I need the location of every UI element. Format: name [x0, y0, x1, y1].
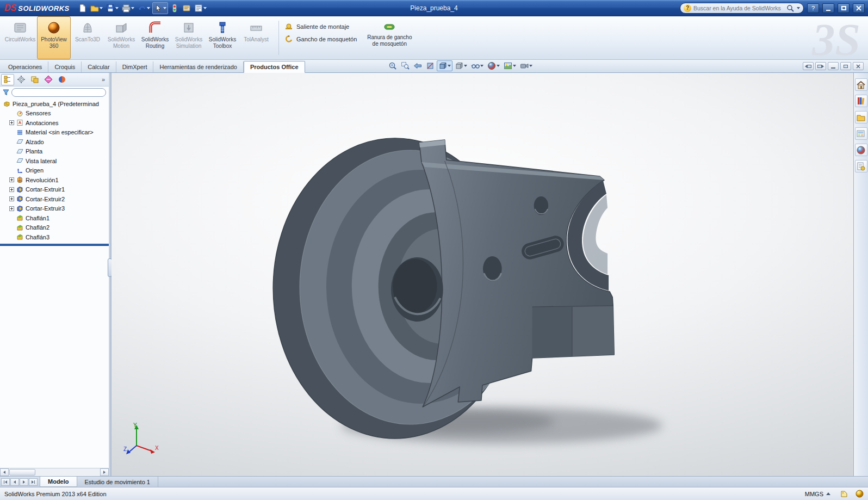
dimxpertmanager-tab[interactable]: [42, 74, 55, 85]
tree-item-chaflan1[interactable]: Chaflán1: [0, 213, 109, 223]
last-tab-button[interactable]: [29, 478, 38, 486]
scrollbar-thumb[interactable]: [9, 469, 35, 476]
select-button[interactable]: [152, 2, 168, 14]
open-dropdown-icon[interactable]: [100, 7, 103, 9]
tree-item-origen[interactable]: Origen: [0, 166, 109, 176]
design-library-button[interactable]: [855, 95, 867, 107]
scroll-right-button[interactable]: [100, 468, 109, 476]
tab-productos-office[interactable]: Productos Office: [244, 61, 305, 73]
edit-appearance-button[interactable]: [486, 60, 501, 71]
doc-restore-button[interactable]: [840, 62, 851, 70]
undo-button[interactable]: [137, 2, 151, 14]
doc-minimize-button[interactable]: [828, 62, 839, 70]
open-button[interactable]: [89, 2, 104, 14]
tree-root[interactable]: Pieza_prueba_4 (Predeterminad: [0, 99, 109, 109]
apply-scene-dropdown-icon[interactable]: [513, 65, 516, 67]
minimize-button[interactable]: [822, 3, 834, 13]
view-list-button[interactable]: [193, 2, 208, 14]
expand-icon[interactable]: [9, 177, 14, 182]
snap-hook-button[interactable]: Gancho de mosquetón: [284, 34, 357, 44]
expand-icon[interactable]: [9, 187, 14, 192]
addin-scanto3d[interactable]: ScanTo3D: [71, 16, 104, 59]
tab-modelo[interactable]: Modelo: [40, 477, 77, 487]
tab-herramientas-renderizado[interactable]: Herramientas de renderizado: [153, 61, 243, 72]
tab-dimxpert[interactable]: DimXpert: [116, 61, 154, 72]
mounting-boss-button[interactable]: Saliente de montaje: [284, 22, 357, 32]
displaymanager-tab[interactable]: [55, 74, 69, 85]
options-button[interactable]: [181, 2, 192, 14]
addin-solidworks-toolbox[interactable]: SolidWorks Toolbox: [206, 16, 239, 59]
arrange-left-button[interactable]: [803, 62, 814, 70]
doc-close-button[interactable]: [853, 62, 864, 70]
tree-item-material[interactable]: Material <sin especificar>: [0, 128, 109, 138]
print-dropdown-icon[interactable]: [131, 7, 134, 9]
maximize-button[interactable]: [838, 3, 850, 13]
addin-solidworks-routing[interactable]: SolidWorks Routing: [138, 16, 172, 59]
tree-item-cortar-extruir1[interactable]: Cortar-Extruir1: [0, 185, 109, 195]
addin-tolanalyst[interactable]: TolAnalyst: [239, 16, 273, 59]
scroll-left-button[interactable]: [0, 468, 9, 476]
hide-show-dropdown-icon[interactable]: [480, 65, 483, 67]
quick-tips-icon[interactable]: [855, 490, 864, 498]
configurationmanager-tab[interactable]: [28, 74, 41, 85]
search-dropdown-icon[interactable]: [797, 7, 800, 9]
tree-horizontal-scrollbar[interactable]: [0, 468, 109, 476]
zoom-area-button[interactable]: [399, 60, 411, 71]
select-dropdown-icon[interactable]: [163, 7, 166, 9]
previous-view-button[interactable]: [412, 60, 424, 71]
print-button[interactable]: [121, 2, 135, 14]
display-style-button[interactable]: [453, 60, 469, 71]
tree-item-revolucion1[interactable]: Revolución1: [0, 175, 109, 185]
view-list-dropdown-icon[interactable]: [203, 7, 207, 9]
hide-show-items-button[interactable]: [469, 60, 485, 71]
part-3d-model[interactable]: [111, 73, 853, 476]
help-search-box[interactable]: ?: [680, 3, 804, 14]
tree-filter-input[interactable]: [11, 88, 106, 97]
display-style-dropdown-icon[interactable]: [464, 65, 467, 67]
view-palette-button[interactable]: [855, 127, 867, 140]
edit-appearance-dropdown-icon[interactable]: [497, 65, 500, 67]
units-selector[interactable]: MMGS: [803, 490, 833, 498]
search-icon[interactable]: [786, 4, 794, 12]
tree-item-vista-lateral[interactable]: Vista lateral: [0, 156, 109, 166]
tab-estudio-movimiento[interactable]: Estudio de movimiento 1: [77, 477, 158, 487]
graphics-viewport[interactable]: Y X Z: [111, 73, 853, 476]
view-orientation-button[interactable]: [437, 60, 452, 71]
addin-photoview-360[interactable]: PhotoView 360: [37, 16, 71, 59]
tab-croquis[interactable]: Croquis: [48, 61, 82, 72]
panel-chevron[interactable]: »: [99, 76, 108, 83]
tree-item-sensores[interactable]: Sensores: [0, 109, 109, 119]
view-orientation-dropdown-icon[interactable]: [448, 65, 451, 67]
home-button[interactable]: [855, 78, 867, 91]
file-explorer-button[interactable]: [855, 111, 867, 124]
snap-hook-groove-button[interactable]: Ranura de gancho de mosquetón: [367, 16, 412, 59]
custom-properties-button[interactable]: [855, 160, 867, 172]
tree-item-anotaciones[interactable]: Anotaciones: [0, 118, 109, 128]
arrange-right-button[interactable]: [815, 62, 826, 70]
help-button[interactable]: ?: [807, 3, 819, 13]
tag-icon[interactable]: [840, 490, 848, 498]
expand-icon[interactable]: [9, 196, 14, 201]
new-document-button[interactable]: [77, 2, 88, 14]
expand-icon[interactable]: [9, 120, 14, 125]
appearances-button[interactable]: [855, 144, 867, 156]
tree-item-planta[interactable]: Planta: [0, 147, 109, 157]
addin-solidworks-motion[interactable]: SolidWorks Motion: [104, 16, 138, 59]
save-dropdown-icon[interactable]: [115, 7, 119, 9]
undo-dropdown-icon[interactable]: [147, 7, 150, 9]
search-input[interactable]: [693, 5, 784, 11]
close-button[interactable]: [853, 3, 865, 13]
prev-tab-button[interactable]: [10, 478, 19, 486]
addin-solidworks-simulation[interactable]: SolidWorks Simulation: [172, 16, 206, 59]
addin-circuitworks[interactable]: CircuitWorks: [3, 16, 37, 59]
rollback-bar[interactable]: [0, 244, 109, 246]
next-tab-button[interactable]: [20, 478, 28, 486]
tree-item-cortar-extruir3[interactable]: Cortar-Extruir3: [0, 204, 109, 214]
tab-calcular[interactable]: Calcular: [82, 61, 116, 72]
first-tab-button[interactable]: [1, 478, 10, 486]
tree-item-chaflan2[interactable]: Chaflán2: [0, 223, 109, 233]
section-view-button[interactable]: [424, 60, 436, 71]
zoom-fit-button[interactable]: [387, 60, 399, 71]
rebuild-button[interactable]: [169, 2, 180, 14]
view-settings-button[interactable]: [518, 60, 534, 71]
